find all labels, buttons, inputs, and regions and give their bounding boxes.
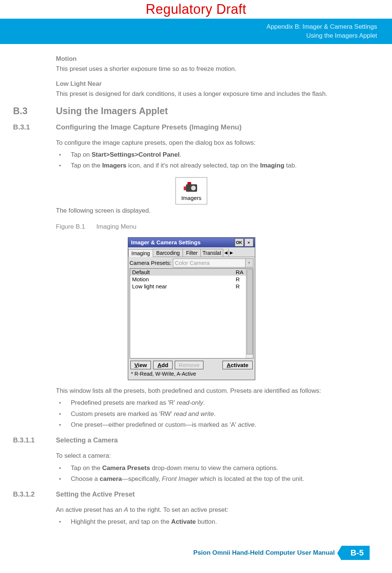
tab-filter[interactable]: Filter — [183, 249, 201, 257]
scrollbar[interactable] — [246, 269, 253, 358]
activate-button[interactable]: Activate — [222, 361, 252, 369]
camera-presets-label: Camera Presets: — [130, 260, 172, 266]
b3112-bullet-1: Highlight the preset, and tap on the Act… — [56, 517, 370, 527]
list-item[interactable]: DefaultRA — [130, 269, 253, 276]
preset-desc-r: Predefined presets are marked as 'R' rea… — [56, 398, 370, 408]
svg-rect-2 — [187, 182, 191, 184]
section-b3112-title: Setting the Active Preset — [56, 491, 135, 498]
camera-presets-dropdown[interactable]: Color Camera ▼ — [173, 259, 253, 267]
tab-scroll-left[interactable]: ◀ — [223, 249, 228, 257]
tab-scroll-right[interactable]: ▶ — [228, 249, 234, 257]
after-icon-text: The following screen is displayed. — [56, 206, 370, 216]
header-line1: Appendix B: Imager & Camera Settings — [0, 22, 377, 31]
camera-icon — [181, 181, 201, 193]
tab-strip: Imaging Barcoding Filter Translat ◀ ▶ — [128, 247, 255, 257]
watermark: Regulatory Draft — [0, 0, 392, 17]
tab-imaging[interactable]: Imaging — [128, 249, 154, 257]
chevron-down-icon: ▼ — [245, 259, 253, 267]
page-footer: Psion Omnii Hand-Held Computer User Manu… — [13, 546, 370, 560]
remove-button: Remove — [175, 361, 204, 369]
section-b3112-number: B.3.1.2 — [13, 491, 56, 498]
add-button[interactable]: Add — [153, 361, 172, 369]
tab-translations[interactable]: Translat — [200, 249, 223, 257]
section-b3111-title: Selecting a Camera — [56, 436, 118, 444]
preset-desc-rw: Custom presets are marked as 'RW' read a… — [56, 409, 370, 419]
header-band: Appendix B: Imager & Camera Settings Usi… — [0, 19, 392, 44]
view-button[interactable]: View — [130, 361, 151, 369]
b3111-bullet-2: Choose a camera—specifically, Front Imag… — [56, 474, 370, 484]
lowlight-text: This preset is designed for dark conditi… — [56, 89, 370, 99]
b31-bullet-2: Tap on the Imagers icon, and if it's not… — [56, 160, 370, 170]
motion-text: This preset uses a shorter exposure time… — [56, 64, 370, 74]
after-window-text: This window lists all the presets, both … — [56, 386, 370, 396]
presets-listbox[interactable]: DefaultRA MotionR Low light nearR — [130, 268, 253, 358]
camera-presets-value: Color Camera — [173, 259, 245, 267]
b31-intro: To configure the image capture presets, … — [56, 138, 370, 148]
app-window: Imager & Camera Settings OK × Imaging Ba… — [128, 237, 255, 380]
header-line2: Using the Imagers Applet — [0, 31, 377, 40]
lowlight-heading: Low Light Near — [56, 80, 370, 88]
section-b31-number: B.3.1 — [13, 123, 56, 131]
ok-button[interactable]: OK — [235, 238, 244, 247]
imagers-icon-label: Imagers — [181, 195, 201, 201]
titlebar: Imager & Camera Settings OK × — [128, 238, 255, 247]
b3112-intro: An active preset has an A to the right. … — [56, 505, 370, 515]
page-number-badge: B-5 — [342, 546, 370, 560]
b31-bullet-1: Tap on Start>Settings>Control Panel. — [56, 150, 370, 160]
list-item[interactable]: Low light nearR — [130, 283, 253, 290]
svg-rect-3 — [184, 187, 186, 190]
section-b3-title: Using the Imagers Applet — [56, 106, 168, 116]
section-b3-number: B.3 — [13, 106, 56, 116]
list-item[interactable]: MotionR — [130, 276, 253, 283]
close-button[interactable]: × — [244, 238, 253, 247]
section-b31-title: Configuring the Image Capture Presets (I… — [56, 123, 241, 131]
legend-text: * R-Read, W-Write, A-Active — [130, 371, 253, 378]
section-b3111-number: B.3.1.1 — [13, 436, 56, 444]
figure-caption: Figure B.1Imaging Menu — [56, 223, 370, 231]
window-title: Imager & Camera Settings — [130, 239, 234, 245]
footer-text: Psion Omnii Hand-Held Computer User Manu… — [193, 549, 335, 557]
motion-heading: Motion — [56, 55, 370, 63]
svg-point-1 — [191, 185, 196, 191]
b3111-bullet-1: Tap on the Camera Presets drop-down menu… — [56, 463, 370, 473]
b3111-intro: To select a camera: — [56, 451, 370, 461]
imagers-icon-box: Imagers — [176, 177, 207, 204]
tab-barcoding[interactable]: Barcoding — [153, 249, 183, 257]
preset-desc-a: One preset—either predefined or custom—i… — [56, 420, 370, 430]
